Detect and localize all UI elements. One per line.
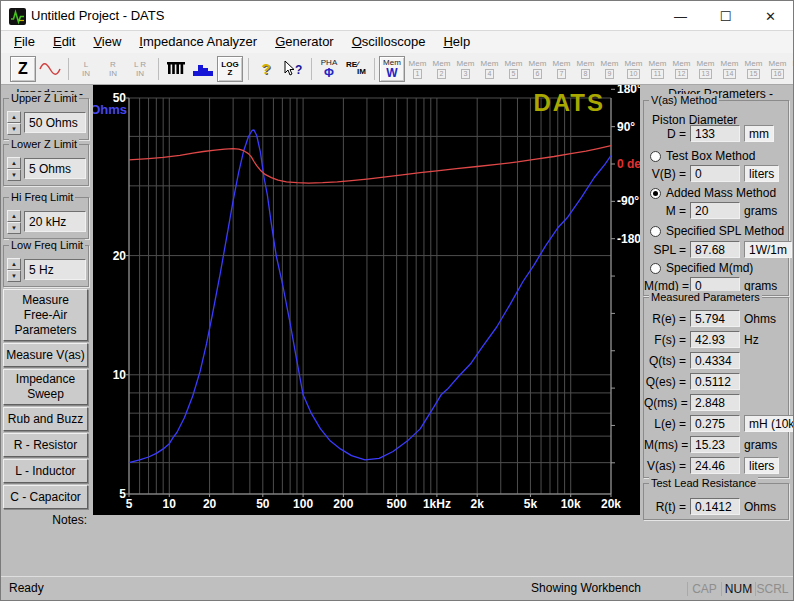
signal-generator-button[interactable] [163, 56, 189, 82]
impedance-z-button[interactable]: Z [10, 56, 36, 82]
vas-method-group: V(as) Method Piston DiameterD =133mmTest… [643, 100, 789, 296]
q-ts-label: Q(ts) = [644, 354, 686, 368]
log-impedance-button[interactable]: LOGZ [217, 56, 243, 82]
x-axis-tick-20: 20 [203, 497, 217, 511]
help-button[interactable]: ? [253, 56, 279, 82]
v-as-row: V(as) =24.46liters [644, 457, 788, 474]
r-t-unit: Ohms [744, 500, 776, 514]
d-unit: mm [744, 125, 774, 142]
v-as-value-field[interactable]: 24.46 [690, 457, 740, 474]
q-es-label: Q(es) = [644, 375, 686, 389]
hi-freq-limit-field[interactable]: 20 kHz [24, 211, 86, 232]
toolbar-separator [374, 58, 375, 80]
menu-oscilloscope[interactable]: Oscilloscope [343, 31, 435, 53]
menu-generator[interactable]: Generator [266, 31, 343, 53]
radio-icon[interactable] [650, 188, 661, 199]
upper-z-limit-spin-down[interactable]: ▼ [7, 123, 21, 135]
measured-parameters-group: Measured Parameters R(e) =5.794OhmsF(s) … [643, 297, 789, 478]
low-freq-limit-spin-down[interactable]: ▼ [7, 270, 21, 282]
m-value-field[interactable]: 20 [690, 202, 740, 219]
radio-specified-m-md[interactable]: Specified M(md) [650, 261, 753, 275]
minimize-button[interactable]: — [658, 1, 703, 31]
f-s-value-field[interactable]: 42.93 [690, 331, 740, 348]
menu-edit[interactable]: Edit [44, 31, 84, 53]
lower-z-limit-spin-up[interactable]: ▲ [7, 157, 21, 169]
window-controls: — ☐ ✕ [658, 1, 793, 31]
l-e-unit: mH (10k) [744, 415, 794, 432]
radio-icon[interactable] [650, 151, 661, 162]
radio-icon[interactable] [650, 226, 661, 237]
hi-freq-limit-spin-down[interactable]: ▼ [7, 222, 21, 234]
memory-2-button: Mem2 [430, 56, 453, 82]
q-es-row: Q(es) =0.5112 [644, 373, 788, 390]
r-e-row: R(e) =5.794Ohms [644, 310, 788, 327]
upper-z-limit-title: Upper Z Limit [9, 92, 79, 104]
radio-label: Specified M(md) [666, 261, 753, 275]
spectrum-button[interactable] [190, 56, 216, 82]
radio-test-box-method[interactable]: Test Box Method [650, 149, 755, 163]
q-es-value-field[interactable]: 0.5112 [690, 373, 740, 390]
q-ts-row: Q(ts) =0.4334 [644, 352, 788, 369]
memory-5-button: Mem5 [502, 56, 525, 82]
radio-label: Test Box Method [666, 149, 755, 163]
spl-value-field[interactable]: 87.68 [690, 241, 740, 258]
x-axis-tick-10k: 10k [561, 497, 581, 511]
c-capacitor-button[interactable]: C - Capacitor [3, 485, 88, 509]
sine-generator-button[interactable] [37, 56, 63, 82]
blue-bars-icon [193, 62, 213, 76]
m-row: M =20grams [644, 202, 788, 219]
d-value-field[interactable]: 133 [690, 125, 740, 142]
d-label: D = [644, 127, 686, 141]
radio-added-mass-method[interactable]: Added Mass Method [650, 186, 776, 200]
memory-6-button: Mem6 [526, 56, 549, 82]
phase-tick-0 deg: 0 deg [617, 157, 640, 171]
context-help-button[interactable]: ? [280, 56, 306, 82]
impedance-panel: - Impedance - Notes: Upper Z Limit▲▼50 O… [1, 85, 91, 576]
m-unit: grams [744, 204, 777, 218]
v-as-label: V(as) = [644, 459, 686, 473]
low-freq-limit-field[interactable]: 5 Hz [24, 259, 86, 280]
close-button[interactable]: ✕ [748, 1, 793, 31]
real-imaginary-button[interactable]: RE∕IM [343, 56, 369, 82]
phase-button[interactable]: PHAΦ [316, 56, 342, 82]
notes-label: Notes: [1, 513, 87, 527]
memory-workbench-button[interactable]: MemW [379, 56, 405, 82]
l-e-value-field[interactable]: 0.275 [690, 415, 740, 432]
measure-v-as-button[interactable]: Measure V(as) [3, 343, 88, 367]
upper-z-limit-spin-up[interactable]: ▲ [7, 111, 21, 123]
radio-specified-spl-method[interactable]: Specified SPL Method [650, 224, 784, 238]
menu-view[interactable]: View [84, 31, 130, 53]
m-ms-value-field[interactable]: 15.23 [690, 436, 740, 453]
lower-z-limit-spin-down[interactable]: ▼ [7, 169, 21, 181]
v-b-value-field[interactable]: 0 [690, 165, 740, 182]
r-resistor-button[interactable]: R - Resistor [3, 433, 88, 457]
menu-help[interactable]: Help [434, 31, 479, 53]
radio-icon[interactable] [650, 263, 661, 274]
hi-freq-limit-spin-up[interactable]: ▲ [7, 210, 21, 222]
upper-z-limit-field[interactable]: 50 Ohms [24, 112, 86, 133]
menu-impedance-analyzer[interactable]: Impedance Analyzer [130, 31, 266, 53]
rub-and-buzz-button[interactable]: Rub and Buzz [3, 407, 88, 431]
memory-13-button: Mem13 [694, 56, 717, 82]
menu-file[interactable]: File [5, 31, 44, 53]
maximize-button[interactable]: ☐ [703, 1, 748, 31]
x-axis-tick-5k: 5k [524, 497, 538, 511]
svg-text:?: ? [295, 63, 302, 77]
l-inductor-button[interactable]: L - Inductor [3, 459, 88, 483]
context-help-icon: ? [283, 61, 303, 77]
impedance-sweep-button[interactable]: ImpedanceSweep [3, 369, 88, 405]
title-bar: Untitled Project - DATS — ☐ ✕ [1, 1, 793, 31]
left-right-input-button: L RIN [127, 56, 153, 82]
radio-label: Added Mass Method [666, 186, 776, 200]
x-axis-tick-2k: 2k [471, 497, 485, 511]
memory-7-button: Mem7 [550, 56, 573, 82]
r-t-value-field[interactable]: 0.1412 [690, 498, 740, 515]
lower-z-limit-field[interactable]: 5 Ohms [24, 158, 86, 179]
q-ms-value-field[interactable]: 2.848 [690, 394, 740, 411]
q-ts-value-field[interactable]: 0.4334 [690, 352, 740, 369]
piano-keys-icon [167, 62, 185, 76]
measure-free-air-parameters-button[interactable]: MeasureFree-AirParameters [3, 289, 88, 341]
r-e-value-field[interactable]: 5.794 [690, 310, 740, 327]
lower-z-limit-title: Lower Z Limit [9, 138, 79, 150]
low-freq-limit-spin-up[interactable]: ▲ [7, 258, 21, 270]
